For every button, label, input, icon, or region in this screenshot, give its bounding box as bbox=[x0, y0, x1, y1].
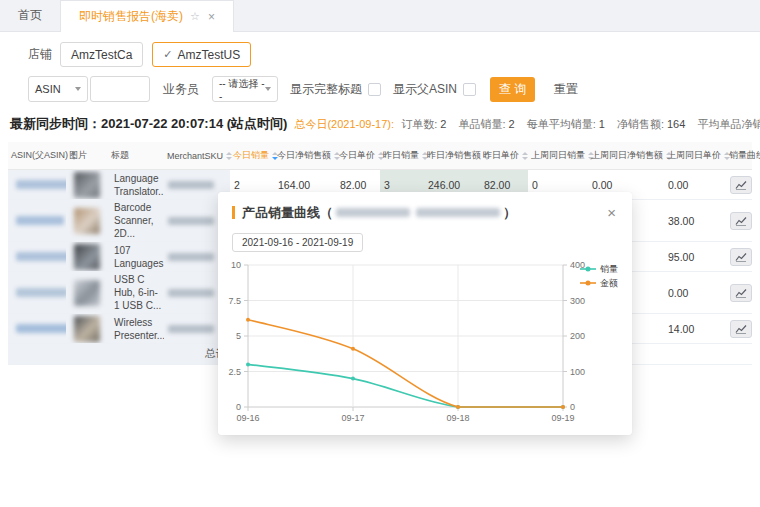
sort-icon bbox=[226, 152, 232, 160]
redacted-sku-value bbox=[416, 208, 500, 217]
redacted-asin bbox=[16, 324, 66, 333]
col-today-price[interactable]: 今日单价 bbox=[336, 142, 380, 170]
search-filter-row: ASIN 业务员 -- 请选择 -- 显示完整标题 显示父ASIN 查 询 重置 bbox=[28, 76, 760, 102]
modal-title: 产品销量曲线 （ ） bbox=[242, 204, 516, 222]
redacted-sku bbox=[168, 253, 214, 261]
asin-cell bbox=[8, 200, 66, 242]
shop-button-amztestca[interactable]: AmzTestCa bbox=[60, 42, 143, 67]
col-image: 图片 bbox=[66, 142, 108, 170]
sales-curve-icon[interactable] bbox=[730, 248, 752, 266]
sync-time-row: 最新同步时间： 2021-07-22 20:07:14 (站点时间) 总今日(2… bbox=[10, 115, 760, 133]
svg-text:销量: 销量 bbox=[600, 264, 618, 274]
col-lastweek-qty[interactable]: 上周同日销量 bbox=[528, 142, 588, 170]
legend-item[interactable]: 金额 bbox=[580, 278, 618, 288]
col-asin[interactable]: ASIN(父ASIN) bbox=[8, 142, 66, 170]
salesman-value: -- 请选择 -- bbox=[219, 77, 265, 102]
sales-curve-cell bbox=[726, 242, 752, 272]
col-title: 标题 bbox=[108, 142, 164, 170]
title-cell: Language Translator... bbox=[108, 170, 164, 200]
sales-curve-cell bbox=[726, 272, 752, 314]
col-today-net[interactable]: 今日净销售额 bbox=[274, 142, 336, 170]
parent-asin-checkbox[interactable] bbox=[463, 83, 476, 96]
sales-curve-icon[interactable] bbox=[730, 320, 752, 338]
date-range-input[interactable]: 2021-09-16 - 2021-09-19 bbox=[232, 233, 363, 252]
svg-text:09-17: 09-17 bbox=[341, 413, 364, 423]
tab-home[interactable]: 首页 bbox=[0, 0, 60, 31]
redacted-sku-label bbox=[336, 208, 410, 217]
parent-asin-checkbox-group: 显示父ASIN bbox=[393, 81, 476, 98]
title-cell: 107 Languages... bbox=[108, 242, 164, 272]
svg-text:09-16: 09-16 bbox=[236, 413, 259, 423]
image-cell bbox=[66, 242, 108, 272]
today-stats: 总今日(2021-09-17): 订单数:2 单品销量:2 每单平均销量:1 净… bbox=[294, 117, 760, 132]
app-window: 首页 即时销售报告(海卖) ☆ × 店铺 AmzTestCa ✓ AmzTest… bbox=[0, 0, 760, 507]
legend-item[interactable]: 销量 bbox=[580, 264, 618, 274]
col-today-qty[interactable]: 今日销量 bbox=[230, 142, 274, 170]
sales-curve-icon[interactable] bbox=[730, 284, 752, 302]
svg-text:5: 5 bbox=[236, 331, 241, 341]
sales-curve-cell bbox=[726, 200, 752, 242]
stat-item-qty: 单品销量:2 bbox=[458, 118, 514, 130]
search-type-select[interactable]: ASIN bbox=[28, 76, 88, 102]
search-button[interactable]: 查 询 bbox=[490, 77, 535, 102]
modal-close-icon[interactable]: × bbox=[603, 203, 620, 222]
svg-text:2.5: 2.5 bbox=[228, 367, 241, 377]
product-image bbox=[74, 172, 100, 198]
title-cell: USB C Hub, 6-in-1 USB C... bbox=[108, 272, 164, 314]
product-image bbox=[74, 244, 100, 270]
salesman-label: 业务员 bbox=[163, 81, 199, 98]
sync-time-label: 最新同步时间： bbox=[10, 115, 101, 133]
tab-report-label: 即时销售报告(海卖) bbox=[79, 8, 183, 25]
sales-curve-chart: 02.557.510010020030040009-1609-1709-1809… bbox=[228, 257, 630, 432]
redacted-asin bbox=[16, 180, 66, 189]
table-header-row: ASIN(父ASIN) 图片 标题 MerchantSKU 今日销量 今日净销售… bbox=[8, 142, 752, 170]
col-lastweek-net[interactable]: 上周同日净销售额 bbox=[588, 142, 664, 170]
shop-button-label: AmzTestCa bbox=[71, 48, 132, 62]
shop-label: 店铺 bbox=[28, 46, 52, 63]
close-tab-icon[interactable]: × bbox=[208, 10, 215, 24]
search-input[interactable] bbox=[90, 76, 150, 102]
redacted-asin bbox=[16, 216, 64, 225]
svg-text:09-19: 09-19 bbox=[551, 413, 574, 423]
shop-filter-row: 店铺 AmzTestCa ✓ AmzTestUS bbox=[28, 42, 760, 67]
asin-cell bbox=[8, 314, 66, 344]
search-type-value: ASIN bbox=[35, 83, 61, 95]
favorite-star-icon[interactable]: ☆ bbox=[190, 10, 200, 23]
sales-curve-icon[interactable] bbox=[730, 176, 752, 194]
stat-orders: 订单数:2 bbox=[401, 118, 446, 130]
product-image bbox=[74, 280, 100, 306]
stat-avg-net-sales: 平均单品净销售额:82 bbox=[697, 118, 760, 130]
col-merchant-sku[interactable]: MerchantSKU bbox=[164, 142, 230, 170]
lastweek-price-cell: 14.00 bbox=[664, 314, 726, 344]
asin-cell bbox=[8, 170, 66, 200]
col-yesterday-price[interactable]: 昨日单价 bbox=[480, 142, 528, 170]
shop-button-amztestus[interactable]: ✓ AmzTestUS bbox=[152, 42, 251, 67]
parent-asin-label: 显示父ASIN bbox=[393, 81, 457, 98]
image-cell bbox=[66, 272, 108, 314]
svg-text:300: 300 bbox=[570, 296, 585, 306]
full-title-checkbox[interactable] bbox=[368, 83, 381, 96]
lastweek-price-cell: 95.00 bbox=[664, 242, 726, 272]
sales-curve-cell bbox=[726, 314, 752, 344]
salesman-select[interactable]: -- 请选择 -- bbox=[212, 76, 278, 102]
col-lastweek-price[interactable]: 上周同日单价 bbox=[664, 142, 726, 170]
svg-text:0: 0 bbox=[570, 402, 575, 412]
stat-net-sales: 净销售额:164 bbox=[617, 118, 685, 130]
tab-bar: 首页 即时销售报告(海卖) ☆ × bbox=[0, 0, 760, 32]
svg-text:金额: 金额 bbox=[600, 278, 618, 288]
full-title-checkbox-group: 显示完整标题 bbox=[290, 81, 381, 98]
image-cell bbox=[66, 170, 108, 200]
svg-text:0: 0 bbox=[236, 402, 241, 412]
redacted-sku bbox=[168, 181, 214, 189]
stat-avg-per-order: 每单平均销量:1 bbox=[527, 118, 605, 130]
chevron-down-icon bbox=[75, 87, 81, 91]
col-yesterday-net[interactable]: 昨日净销售额 bbox=[424, 142, 480, 170]
reset-button[interactable]: 重置 bbox=[548, 80, 584, 99]
title-cell: Barcode Scanner, 2D... bbox=[108, 200, 164, 242]
lastweek-price-cell: 38.00 bbox=[664, 200, 726, 242]
col-yesterday-qty[interactable]: 昨日销量 bbox=[380, 142, 424, 170]
asin-cell bbox=[8, 242, 66, 272]
sales-curve-icon[interactable] bbox=[730, 212, 752, 230]
tab-report[interactable]: 即时销售报告(海卖) ☆ × bbox=[60, 0, 234, 32]
product-image bbox=[74, 208, 100, 234]
